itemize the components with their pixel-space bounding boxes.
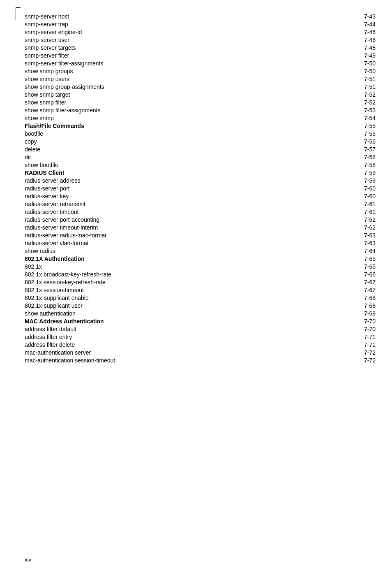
toc-page-number: 7-54: [288, 114, 376, 122]
toc-page-number: 7-56: [288, 137, 376, 145]
toc-row: RADIUS Client7-59: [25, 169, 376, 176]
toc-entry-label: snmp-server host: [25, 12, 288, 20]
toc-page-number: 7-61: [288, 200, 376, 208]
toc-page-number: 7-44: [288, 20, 376, 28]
toc-page-number: 7-46: [288, 36, 376, 44]
toc-page-number: 7-69: [288, 309, 376, 317]
toc-page-number: 7-65: [288, 262, 376, 270]
toc-page-number: 7-48: [288, 44, 376, 51]
toc-entry-label: snmp-server user: [25, 36, 288, 44]
toc-row: radius-server timeout-interim7-62: [25, 223, 376, 231]
toc-page-number: 7-61: [288, 208, 376, 216]
toc-row: radius-server retransmit7-61: [25, 200, 376, 208]
toc-table: snmp-server host7-43snmp-server trap7-44…: [25, 12, 376, 364]
toc-page-number: 7-65: [288, 255, 376, 262]
toc-entry-label: address filter delete: [25, 341, 288, 348]
toc-entry-label: show snmp filter: [25, 98, 288, 106]
toc-entry-label: copy: [25, 137, 288, 145]
toc-entry-label: 802.1x-supplicant enable: [25, 294, 288, 302]
page-number: xiv: [25, 557, 31, 563]
toc-entry-label: bootfile: [25, 130, 288, 137]
toc-page-number: 7-72: [288, 348, 376, 356]
toc-page-number: 7-72: [288, 356, 376, 364]
toc-row: show snmp filter7-52: [25, 98, 376, 106]
toc-row: show snmp7-54: [25, 114, 376, 122]
toc-entry-label: mac-authentication session-timeout: [25, 356, 288, 364]
toc-section-header: Flash/File Commands: [25, 122, 288, 130]
toc-page-number: 7-52: [288, 91, 376, 98]
toc-row: 802.1x session-key-refresh-rate7-67: [25, 278, 376, 286]
toc-section-header: 802.1X Authentication: [25, 255, 288, 262]
toc-entry-label: radius-server timeout: [25, 208, 288, 216]
toc-row: radius-server address7-59: [25, 176, 376, 184]
toc-page-number: 7-52: [288, 98, 376, 106]
page-footer: xiv: [25, 557, 31, 563]
toc-row: address filter default7-70: [25, 325, 376, 333]
toc-page-number: 7-67: [288, 286, 376, 294]
toc-row: show bootfile7-58: [25, 161, 376, 169]
toc-entry-label: snmp-server targets: [25, 44, 288, 51]
toc-page-number: 7-62: [288, 216, 376, 223]
toc-page-number: 7-58: [288, 153, 376, 161]
toc-row: show snmp group-assignments7-51: [25, 83, 376, 91]
toc-page-number: 7-63: [288, 231, 376, 239]
toc-page-number: 7-66: [288, 270, 376, 278]
toc-row: snmp-server host7-43: [25, 12, 376, 20]
toc-page-number: 7-55: [288, 122, 376, 130]
toc-entry-label: show snmp group-assignments: [25, 83, 288, 91]
toc-page-number: 7-70: [288, 325, 376, 333]
toc-entry-label: show snmp filter-assignments: [25, 106, 288, 114]
toc-entry-label: radius-server port-accounting: [25, 216, 288, 223]
toc-row: dir7-58: [25, 153, 376, 161]
toc-page-number: 7-50: [288, 67, 376, 75]
toc-page-number: 7-62: [288, 223, 376, 231]
toc-entry-label: radius-server key: [25, 192, 288, 200]
toc-row: bootfile7-55: [25, 130, 376, 137]
toc-row: radius-server radius-mac-format7-63: [25, 231, 376, 239]
toc-entry-label: address filter entry: [25, 333, 288, 341]
toc-entry-label: snmp-server filter-assignments: [25, 59, 288, 67]
toc-entry-label: radius-server port: [25, 184, 288, 192]
toc-row: snmp-server filter-assignments7-50: [25, 59, 376, 67]
toc-entry-label: 802.1x broadcast-key-refresh-rate: [25, 270, 288, 278]
toc-entry-label: radius-server address: [25, 176, 288, 184]
toc-row: MAC Address Authentication7-70: [25, 317, 376, 325]
toc-page-number: 7-43: [288, 12, 376, 20]
toc-section-header: RADIUS Client: [25, 169, 288, 176]
toc-row: snmp-server user7-46: [25, 36, 376, 44]
toc-row: radius-server key7-60: [25, 192, 376, 200]
toc-row: mac-authentication server7-72: [25, 348, 376, 356]
toc-page-number: 7-58: [288, 161, 376, 169]
toc-row: 802.1x session-timeout7-67: [25, 286, 376, 294]
toc-entry-label: address filter default: [25, 325, 288, 333]
toc-entry-label: delete: [25, 145, 288, 153]
toc-row: show snmp target7-52: [25, 91, 376, 98]
toc-entry-label: snmp-server filter: [25, 51, 288, 59]
toc-entry-label: radius-server radius-mac-format: [25, 231, 288, 239]
toc-row: 802.1x-supplicant enable7-68: [25, 294, 376, 302]
toc-row: radius-server timeout7-61: [25, 208, 376, 216]
toc-page-number: 7-67: [288, 278, 376, 286]
toc-page-number: 7-63: [288, 239, 376, 247]
toc-row: show radius7-64: [25, 247, 376, 255]
toc-row: snmp-server trap7-44: [25, 20, 376, 28]
toc-entry-label: 802.1x session-timeout: [25, 286, 288, 294]
toc-page-number: 7-57: [288, 145, 376, 153]
toc-row: show snmp groups7-50: [25, 67, 376, 75]
toc-entry-label: radius-server timeout-interim: [25, 223, 288, 231]
toc-entry-label: mac-authentication server: [25, 348, 288, 356]
toc-page-number: 7-68: [288, 302, 376, 309]
toc-entry-label: snmp-server trap: [25, 20, 288, 28]
toc-section-header: MAC Address Authentication: [25, 317, 288, 325]
toc-page-number: 7-51: [288, 83, 376, 91]
toc-page-number: 7-71: [288, 333, 376, 341]
toc-entry-label: show radius: [25, 247, 288, 255]
toc-entry-label: show snmp users: [25, 75, 288, 83]
toc-row: copy7-56: [25, 137, 376, 145]
toc-entry-label: snmp-server engine-id: [25, 28, 288, 36]
toc-row: delete7-57: [25, 145, 376, 153]
page-border-decoration: [16, 7, 21, 20]
toc-page-number: 7-59: [288, 176, 376, 184]
toc-row: mac-authentication session-timeout7-72: [25, 356, 376, 364]
toc-row: Flash/File Commands7-55: [25, 122, 376, 130]
